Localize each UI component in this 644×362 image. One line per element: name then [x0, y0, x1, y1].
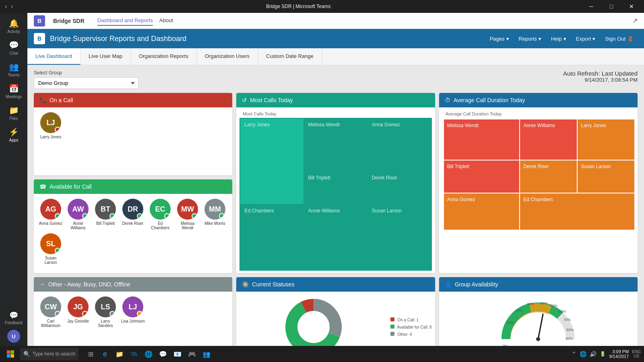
tab-org-reports[interactable]: Organization Reports [131, 48, 197, 65]
minimize-button[interactable]: ─ [582, 0, 601, 13]
taskbar: 🔍 Type here to search ⊞ e 📁 🛍 🌐 💬 📧 🎮 👥 … [0, 346, 644, 362]
tabs-bar: Live Dashboard Live User Map Organizatio… [27, 48, 644, 65]
tab-custom-date-range[interactable]: Custom Date Range [258, 48, 322, 65]
sidebar-item-apps[interactable]: ⚡ Apps [3, 125, 24, 145]
nav-link-dashboard[interactable]: Dashboard and Reports [97, 16, 153, 26]
taskbar-time: 3:09 PM [609, 349, 629, 354]
battery-icon: 🔋 [600, 351, 606, 357]
pages-button[interactable]: Pages ▾ [486, 34, 513, 43]
close-button[interactable]: ✕ [622, 0, 641, 13]
maximize-button[interactable]: □ [602, 0, 621, 13]
group-availability-header: 👤 Group Availability [439, 277, 638, 292]
avatar: LJ [122, 296, 143, 317]
start-button[interactable] [3, 347, 18, 361]
avg-duration-header: ⏱ Average Call Duration Today [439, 93, 638, 107]
taskbar-app-store[interactable]: 🛍 [128, 348, 140, 360]
refresh-icon: ↺ [242, 97, 247, 103]
status-dot [137, 311, 142, 317]
svg-line-3 [538, 314, 543, 339]
avatar-initials: LJ [128, 303, 137, 311]
available-body: AG Anna Gomez AW [34, 194, 232, 269]
taskbar-app-unknown[interactable]: 🎮 [186, 348, 198, 360]
user-avatar[interactable]: U [7, 330, 20, 343]
back-button[interactable]: ‹ [3, 2, 8, 11]
dashboard-top-bar: Select Group Demo Group All Groups Auto … [34, 70, 638, 89]
reports-button[interactable]: Reports ▾ [515, 34, 546, 43]
cell-label: Ed Chambers [244, 208, 274, 214]
taskbar-app-ie[interactable]: e [99, 348, 111, 360]
list-item: AW Annie Williams [66, 199, 90, 230]
user-name: Larry Sanders [93, 319, 118, 328]
help-button[interactable]: Help ▾ [547, 34, 570, 43]
sidebar-item-teams[interactable]: 👥 Teams [3, 60, 24, 80]
user-name: Ed Chambers [148, 221, 172, 230]
taskbar-systray[interactable]: ⌃ [571, 350, 576, 358]
external-link-icon[interactable]: ↗ [632, 17, 638, 25]
user-name: Bill Triplett [96, 221, 115, 226]
auto-refresh-info: Auto Refresh: Last Updated 9/14/2017, 3:… [563, 70, 638, 83]
cell-label: Annie Williams [308, 208, 340, 214]
legend-color-on-call [390, 317, 394, 321]
user-name: Anna Gomez [39, 221, 62, 226]
gauge-svg: 0% 10% 20% 30% 40% 50% 60% 70% 80% 90% [498, 295, 578, 346]
feedback-button[interactable]: 💬 Feedback [5, 311, 23, 325]
list-item: Anna Gomez [444, 193, 520, 230]
sidebar-item-activity[interactable]: 🔔 Activity [3, 16, 24, 36]
cell-label: Larry Jones [581, 123, 606, 128]
cell-label: Ed Chambers [523, 197, 553, 202]
sidebar-item-files[interactable]: 📁 Files [3, 103, 24, 123]
cell-label: Anna Gomez [372, 122, 400, 128]
list-item: Ed Chambers [240, 205, 303, 270]
sidebar-item-meetings[interactable]: 📅 Meetings [3, 81, 24, 101]
svg-rect-15 [11, 350, 14, 354]
main-content: B Bridge SDR Dashboard and Reports About… [27, 13, 644, 346]
nav-link-about[interactable]: About [159, 16, 173, 26]
user-name: Mike Morris [204, 221, 225, 226]
user-name: Carl Williamson [39, 319, 63, 328]
list-item: MW Melissa Wendt [175, 199, 200, 230]
signout-button[interactable]: Sign Out 🚪 [601, 34, 638, 43]
export-button[interactable]: Export ▾ [572, 34, 600, 43]
svg-text:40%: 40% [540, 301, 547, 305]
avatar-initials: BT [101, 205, 110, 214]
tab-live-dashboard[interactable]: Live Dashboard [27, 48, 80, 65]
dashboard-body: Select Group Demo Group All Groups Auto … [27, 65, 644, 346]
taskbar-app-skype[interactable]: 💬 [157, 348, 169, 360]
avatar: LJ [40, 112, 61, 133]
taskbar-app-chrome[interactable]: 🌐 [142, 348, 155, 360]
group-availability-panel: 👤 Group Availability [439, 277, 638, 346]
donut-svg [281, 295, 346, 346]
taskbar-date: 9/14/2017 [609, 354, 629, 359]
legend-label-available: Available for Call: 8 [390, 325, 431, 329]
dashboard-grid: 📞 On a Call LJ Larry Jones [34, 93, 638, 346]
group-select[interactable]: Demo Group All Groups [34, 77, 138, 89]
on-call-header: 📞 On a Call [34, 93, 232, 107]
taskbar-app-outlook[interactable]: 📧 [171, 348, 184, 360]
available-title: Available for Call [50, 183, 92, 190]
taskbar-app-explorer[interactable]: 📁 [113, 348, 126, 360]
files-icon: 📁 [9, 105, 19, 115]
taskbar-app-teams[interactable]: 👥 [200, 348, 213, 360]
app-nav-right: ↗ [632, 17, 638, 25]
locale-indicator: ENG US [632, 350, 641, 358]
list-item: DR Derek Riser [121, 199, 145, 230]
tab-live-user-map[interactable]: Live User Map [80, 48, 131, 65]
phone-icon: 📞 [39, 97, 46, 103]
taskbar-search-placeholder[interactable]: Type here to search [33, 351, 75, 357]
user-name: Susan Larson [39, 256, 63, 265]
svg-rect-17 [11, 354, 14, 358]
list-item: LJ Lisa Johnson [121, 296, 145, 328]
list-item: Annie Williams [520, 119, 577, 160]
sidebar-item-chat[interactable]: 💬 Chat [3, 38, 24, 58]
header-actions: Pages ▾ Reports ▾ Help ▾ Export ▾ Sign O… [486, 34, 638, 43]
search-container: 🔍 Type here to search [20, 348, 78, 360]
tab-org-users[interactable]: Organization Users [197, 48, 258, 65]
avg-duration-chart: Melissa Wendt Annie Williams Larry Jones… [442, 118, 634, 264]
locale-us: US [632, 354, 641, 358]
list-item: Anna Gomez [368, 119, 431, 171]
donut-chart [239, 295, 387, 346]
forward-button[interactable]: › [9, 2, 14, 11]
cell-label: Melissa Wendt [308, 122, 340, 128]
user-group-icon: 👤 [445, 281, 452, 288]
taskbar-app-task-view[interactable]: ⊞ [84, 348, 97, 360]
